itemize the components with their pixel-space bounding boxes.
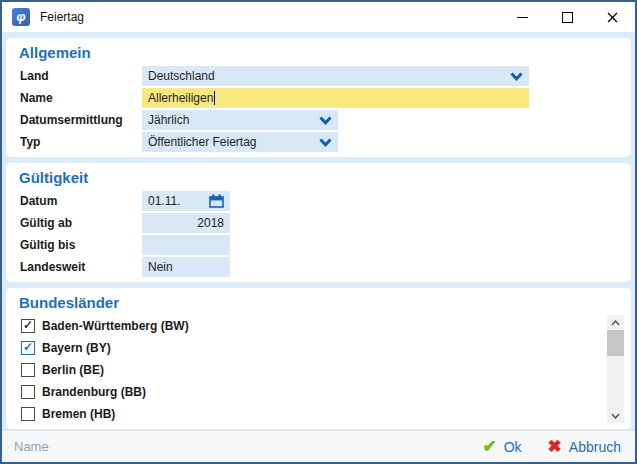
list-item-brandenburg[interactable]: Brandenburg (BB): [15, 381, 622, 403]
close-icon: [607, 12, 618, 23]
vertical-scrollbar[interactable]: [607, 315, 624, 423]
scroll-down-button[interactable]: [607, 408, 624, 423]
dialog-content: Allgemein Land Deutschland Name Allerhei…: [2, 32, 635, 430]
title-bar: Feiertag: [2, 2, 635, 32]
section-allgemein: Allgemein Land Deutschland Name Allerhei…: [6, 38, 631, 157]
cancel-button-label: Abbruch: [569, 439, 621, 455]
section-title-bundeslaender: Bundesländer: [19, 293, 622, 313]
cancel-x-icon: [548, 438, 562, 455]
checkbox-unchecked-icon[interactable]: [21, 363, 35, 377]
typ-dropdown[interactable]: Öffentlicher Feiertag: [142, 132, 338, 152]
state-label: Berlin (BE): [42, 363, 104, 377]
state-label: Bayern (BY): [42, 341, 111, 355]
datum-input[interactable]: 01.11.: [142, 191, 230, 211]
field-row-landesweit: Landesweit Nein: [15, 256, 622, 278]
status-bar: Name Ok Abbruch: [2, 430, 635, 462]
window-title: Feiertag: [40, 10, 84, 24]
chevron-up-icon: [611, 320, 620, 326]
gueltig-ab-value: 2018: [197, 216, 224, 230]
field-row-gueltig-ab: Gültig ab 2018: [15, 212, 622, 234]
name-value: Allerheiligen: [148, 91, 213, 105]
chevron-down-icon[interactable]: [319, 116, 332, 125]
datum-label: Datum: [15, 194, 142, 208]
ok-check-icon: [482, 438, 496, 455]
ok-button-label: Ok: [504, 439, 522, 455]
maximize-icon: [562, 12, 573, 23]
field-row-land: Land Deutschland: [15, 65, 622, 87]
chevron-down-icon[interactable]: [510, 72, 523, 81]
state-label: Baden-Württemberg (BW): [42, 319, 189, 333]
name-input[interactable]: Allerheiligen: [142, 88, 529, 108]
checkbox-checked-icon[interactable]: [21, 319, 35, 333]
field-row-gueltig-bis: Gültig bis: [15, 234, 622, 256]
land-label: Land: [15, 69, 142, 83]
chevron-down-icon: [611, 413, 620, 419]
focused-field-status: Name: [14, 439, 49, 454]
scrollbar-thumb[interactable]: [607, 330, 624, 356]
land-dropdown[interactable]: Deutschland: [142, 66, 529, 86]
field-row-datumsermittlung: Datumsermittlung Jährlich: [15, 109, 622, 131]
gueltig-ab-input[interactable]: 2018: [142, 213, 230, 233]
ok-button[interactable]: Ok: [482, 438, 521, 455]
checkbox-checked-icon[interactable]: [21, 341, 35, 355]
field-row-name: Name Allerheiligen: [15, 87, 622, 109]
datumsermittlung-value: Jährlich: [148, 113, 189, 127]
app-logo-icon: [12, 8, 30, 26]
list-item-bremen[interactable]: Bremen (HB): [15, 403, 622, 425]
state-label: Brandenburg (BB): [42, 385, 146, 399]
section-bundeslaender: Bundesländer Baden-Württemberg (BW) Baye…: [6, 288, 631, 429]
typ-value: Öffentlicher Feiertag: [148, 135, 257, 149]
list-item-berlin[interactable]: Berlin (BE): [15, 359, 622, 381]
landesweit-label: Landesweit: [15, 260, 142, 274]
calendar-icon[interactable]: [209, 194, 224, 208]
section-title-gueltigkeit: Gültigkeit: [19, 168, 622, 188]
list-item-bayern[interactable]: Bayern (BY): [15, 337, 622, 359]
dialog-window: Feiertag Allgemein Land Deutschland Nam: [0, 0, 637, 464]
section-gueltigkeit: Gültigkeit Datum 01.11. G: [6, 163, 631, 282]
state-label: Bremen (HB): [42, 407, 115, 421]
gueltig-bis-label: Gültig bis: [15, 238, 142, 252]
datum-value: 01.11.: [148, 194, 180, 208]
close-button[interactable]: [590, 2, 635, 32]
minimize-icon: [517, 17, 528, 18]
landesweit-input[interactable]: Nein: [142, 257, 230, 277]
landesweit-value: Nein: [148, 260, 173, 274]
text-cursor: [214, 91, 215, 105]
typ-label: Typ: [15, 135, 142, 149]
field-row-datum: Datum 01.11.: [15, 190, 622, 212]
checkbox-unchecked-icon[interactable]: [21, 385, 35, 399]
field-row-typ: Typ Öffentlicher Feiertag: [15, 131, 622, 153]
minimize-button[interactable]: [500, 2, 545, 32]
datumsermittlung-dropdown[interactable]: Jährlich: [142, 110, 338, 130]
scroll-up-button[interactable]: [607, 315, 624, 330]
section-title-allgemein: Allgemein: [19, 43, 622, 63]
maximize-button[interactable]: [545, 2, 590, 32]
gueltig-ab-label: Gültig ab: [15, 216, 142, 230]
land-value: Deutschland: [148, 69, 215, 83]
datumsermittlung-label: Datumsermittlung: [15, 113, 142, 127]
chevron-down-icon[interactable]: [319, 138, 332, 147]
cancel-button[interactable]: Abbruch: [548, 438, 621, 455]
list-item-baden-wuerttemberg[interactable]: Baden-Württemberg (BW): [15, 315, 622, 337]
checkbox-unchecked-icon[interactable]: [21, 407, 35, 421]
name-label: Name: [15, 91, 142, 105]
gueltig-bis-input[interactable]: [142, 235, 230, 255]
